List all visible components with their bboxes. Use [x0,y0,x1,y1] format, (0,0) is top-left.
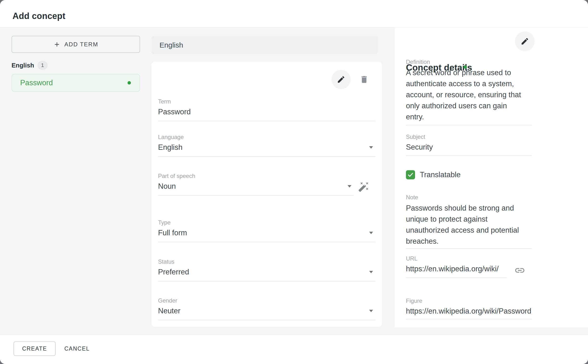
term-editor-language-label: English [159,41,183,49]
field-underline [158,320,375,320]
definition-field: Definition A secret word or phrase used … [406,58,532,125]
figure-label: Figure [406,297,532,305]
note-value[interactable]: Passwords should be strong and unique to… [406,203,526,247]
pencil-icon [337,75,345,84]
language-group-header: English 1 [12,61,48,70]
auto-detect-part-of-speech-button[interactable] [358,181,369,193]
add-term-label: ADD TERM [64,41,98,48]
chevron-down-icon [369,310,373,312]
subject-field: Subject Security [406,133,532,156]
gender-select-value: Neuter [158,306,375,316]
link-icon [514,265,525,276]
edit-concept-details-button[interactable] [515,32,535,51]
field-underline [158,242,375,242]
language-select-label: Language [158,134,375,141]
chevron-down-icon [369,271,373,273]
field-underline [406,155,532,156]
definition-value[interactable]: A secret word or phrase used to authenti… [406,67,526,123]
note-field: Note Passwords should be strong and uniq… [406,194,532,249]
subject-value[interactable]: Security [406,142,532,152]
field-underline [158,195,354,196]
dialog-footer: CREATE CANCEL [0,334,588,364]
term-field: Term Password [158,98,375,121]
add-term-button[interactable]: ADD TERM [12,36,140,53]
gender-select[interactable]: Gender Neuter [158,297,375,320]
translatable-label: Translatable [420,170,460,179]
chevron-down-icon [347,185,351,188]
chevron-down-icon [369,146,373,149]
concept-details-panel: Concept details Definition A secret word… [395,27,588,327]
url-field: URL https://en.wikipedia.org/wiki/ [406,255,507,278]
delete-term-button[interactable] [358,74,370,85]
edit-term-button[interactable] [332,70,351,89]
figure-value[interactable]: https://en.wikipedia.org/wiki/Password [406,306,532,316]
term-list-item-label: Password [20,78,53,87]
translatable-checkbox-row[interactable]: Translatable [406,170,460,179]
field-underline [158,156,375,157]
dialog-header: Add concept [0,0,588,27]
url-value[interactable]: https://en.wikipedia.org/wiki/ [406,264,507,274]
type-select-label: Type [158,219,375,226]
gender-select-label: Gender [158,297,375,304]
page-title: Add concept [13,11,65,21]
term-list-item[interactable]: Password [12,74,140,92]
field-underline [158,121,375,121]
part-of-speech-label: Part of speech [158,172,354,180]
type-select[interactable]: Type Full form [158,219,375,242]
field-underline [406,248,532,249]
language-select-value: English [158,143,375,152]
field-underline [406,278,507,278]
trash-icon [359,75,369,84]
term-editor-language-tab: English [151,36,378,54]
field-underline [406,319,532,319]
note-label: Note [406,194,532,201]
open-url-button[interactable] [514,265,526,276]
status-select[interactable]: Status Preferred [158,258,375,281]
magic-wand-icon [358,181,369,192]
subject-label: Subject [406,133,532,140]
field-underline [158,281,375,281]
figure-field: Figure https://en.wikipedia.org/wiki/Pas… [406,297,532,319]
checkmark-icon [407,171,414,178]
cancel-button[interactable]: CANCEL [60,341,94,356]
term-field-value[interactable]: Password [158,107,375,117]
part-of-speech-select[interactable]: Part of speech Noun [158,172,354,196]
language-group-name: English [12,62,34,69]
field-underline [406,125,532,125]
term-status-dot [128,81,131,84]
url-label: URL [406,255,507,262]
part-of-speech-value: Noun [158,182,354,191]
language-select[interactable]: Language English [158,134,375,157]
term-editor-card: Term Password Language English Part of s… [151,62,382,327]
definition-label: Definition [406,58,532,65]
pencil-icon [521,37,529,46]
term-count-badge: 1 [38,61,48,70]
plus-icon [53,41,60,48]
type-select-value: Full form [158,228,375,238]
status-select-label: Status [158,258,375,265]
term-field-label: Term [158,98,375,105]
chevron-down-icon [369,232,373,234]
translatable-checkbox[interactable] [406,170,415,179]
create-button[interactable]: CREATE [13,341,56,356]
status-select-value: Preferred [158,267,375,277]
add-concept-dialog: Add concept ADD TERM English 1 Password … [0,0,588,364]
